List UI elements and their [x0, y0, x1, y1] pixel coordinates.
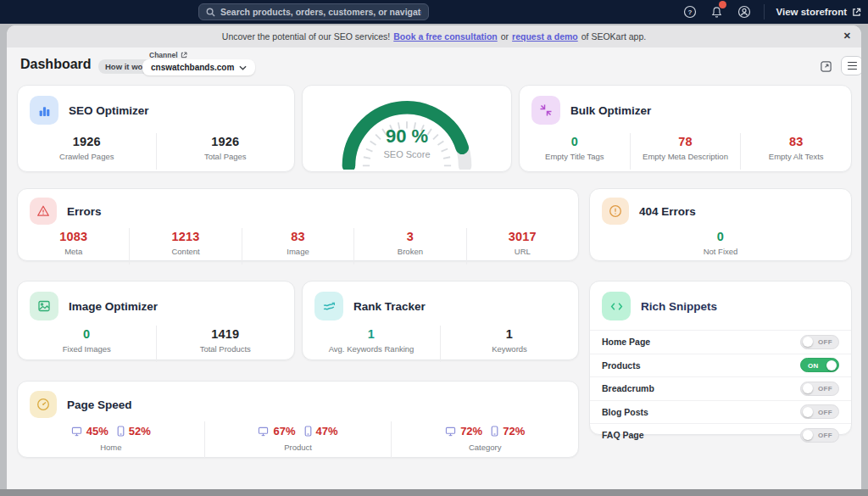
alert-circle-icon [602, 198, 629, 225]
card-title: Errors [67, 205, 102, 218]
card-title: Rank Tracker [353, 300, 426, 313]
rank-tracker-card: Rank Tracker 1 Avg. Keywords Ranking 1 K… [302, 281, 579, 360]
topbar: ? View storefront [0, 0, 868, 24]
warning-triangle-icon [30, 198, 57, 225]
page-speed-category: 72% 72% Category [392, 421, 578, 459]
chevron-down-icon [239, 65, 247, 70]
main-panel: Uncover the potential of our SEO service… [7, 25, 861, 489]
view-storefront-button[interactable]: View storefront [776, 7, 862, 17]
search-input[interactable] [220, 7, 421, 17]
banner-text: Uncover the potential of our SEO service… [222, 31, 390, 42]
seo-score-card: 90 % SEO Score [302, 85, 512, 172]
card-title: Bulk Optimizer [570, 104, 651, 117]
image-icon [30, 292, 58, 320]
image-optimizer-card: Image Optimizer 0 Fixed Images 1419 Tota… [17, 281, 295, 360]
topbar-divider [764, 4, 765, 20]
stat-broken-errors: 3 Broken [354, 228, 466, 265]
rich-snippet-row-blog-posts: Blog Posts OFF [590, 400, 851, 424]
toggle-home-page[interactable]: OFF [800, 335, 839, 349]
rich-snippet-row-faq-page: FAQ Page OFF [590, 423, 851, 447]
stat-meta-errors: 1083 Meta [18, 228, 130, 265]
external-link-icon [852, 8, 861, 17]
mobile-icon [117, 426, 125, 437]
stat-not-fixed: 0 Not Fixed [590, 228, 851, 265]
notifications-bell-icon[interactable] [709, 4, 725, 20]
errors-card: Errors 1083 Meta 1213 Content 83 Image 3… [17, 188, 579, 261]
page-title: Dashboard [20, 57, 92, 72]
card-title: Image Optimizer [69, 300, 158, 313]
seo-score-value: 90 % [322, 125, 492, 148]
channel-label-wrap: Channel [149, 51, 187, 59]
search-icon [206, 8, 215, 17]
notification-badge [719, 1, 726, 8]
speedometer-icon [30, 391, 57, 418]
window-bottom-edge [0, 489, 868, 496]
rich-snippet-row-breadcrumb: Breadcrumb OFF [590, 376, 851, 400]
account-icon[interactable] [737, 4, 752, 20]
bar-chart-icon [30, 96, 58, 125]
errors-404-card: 404 Errors 0 Not Fixed [589, 188, 852, 261]
stat-total-products: 1419 Total Products [157, 326, 295, 362]
seo-optimizer-card: SEO Optimizer 1926 Crawled Pages 1926 To… [17, 85, 295, 172]
request-demo-link[interactable]: request a demo [512, 31, 578, 42]
channel-value: cnswatchbands.com [151, 63, 234, 72]
toggle-products[interactable]: ON [800, 358, 839, 372]
desktop-icon [445, 426, 456, 437]
stat-fixed-images: 0 Fixed Images [18, 326, 157, 362]
stat-avg-keywords-ranking: 1 Avg. Keywords Ranking [303, 326, 441, 362]
promo-banner: Uncover the potential of our SEO service… [7, 25, 861, 47]
hamburger-icon [848, 62, 857, 64]
card-title: 404 Errors [639, 205, 696, 218]
share-report-button[interactable] [816, 58, 835, 75]
page-speed-product: 67% 47% Product [205, 421, 392, 459]
stat-empty-meta-description: 78 Empty Meta Description [631, 133, 742, 170]
banner-text-or: or [501, 31, 509, 42]
card-title: Page Speed [67, 398, 132, 411]
page-speed-card: Page Speed 45% 52% Home [17, 381, 579, 458]
toggle-faq-page[interactable]: OFF [800, 428, 839, 443]
page-speed-home: 45% 52% Home [18, 421, 205, 459]
svg-text:?: ? [687, 8, 692, 16]
toggle-breadcrumb[interactable]: OFF [800, 382, 839, 396]
stat-empty-alt-texts: 83 Empty Alt Texts [741, 133, 851, 170]
banner-text-suffix: of SEOKart app. [581, 31, 646, 42]
trend-lines-icon [314, 292, 343, 320]
rich-snippet-row-home-page: Home Page OFF [590, 330, 851, 354]
card-title: Rich Snippets [641, 300, 717, 313]
rich-snippet-row-products: Products ON [590, 354, 851, 377]
desktop-icon [71, 426, 82, 437]
toggle-blog-posts[interactable]: OFF [800, 404, 839, 419]
stat-total-pages: 1926 Total Pages [157, 133, 295, 170]
book-consultation-link[interactable]: Book a free consultation [393, 31, 498, 42]
seo-score-label: SEO Score [322, 149, 492, 159]
stat-empty-title-tags: 0 Empty Title Tags [520, 133, 631, 170]
help-icon[interactable]: ? [682, 4, 698, 20]
menu-button[interactable] [841, 56, 861, 75]
channel-label: Channel [149, 51, 178, 59]
card-title: SEO Optimizer [69, 104, 149, 117]
channel-selector[interactable]: cnswatchbands.com [142, 59, 255, 75]
stat-content-errors: 1213 Content [130, 228, 242, 265]
external-link-icon [181, 52, 187, 59]
stat-url-errors: 3017 URL [467, 228, 578, 265]
mobile-icon [304, 426, 312, 437]
stat-keywords: 1 Keywords [441, 326, 578, 362]
compress-arrows-icon [531, 96, 560, 125]
code-icon [602, 292, 631, 320]
banner-close-icon[interactable]: ✕ [843, 31, 851, 42]
rich-snippets-card: Rich Snippets Home Page OFF Products ON … [589, 281, 852, 435]
edit-export-icon [820, 60, 832, 73]
desktop-icon [258, 426, 269, 437]
global-search[interactable] [198, 3, 429, 20]
stat-image-errors: 83 Image [242, 228, 354, 265]
bulk-optimizer-card: Bulk Optimizer 0 Empty Title Tags 78 Emp… [519, 85, 852, 172]
mobile-icon [491, 426, 498, 437]
view-storefront-label: View storefront [776, 7, 848, 17]
stat-crawled-pages: 1926 Crawled Pages [18, 133, 157, 170]
